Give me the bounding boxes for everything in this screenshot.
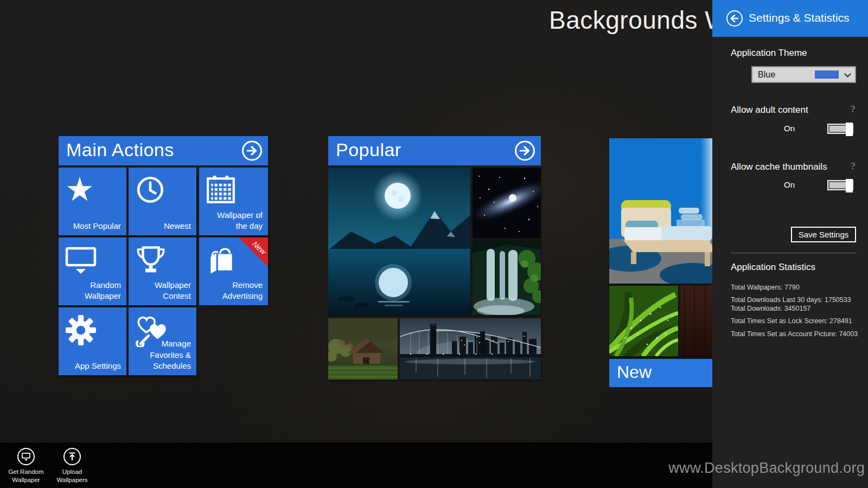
application-theme-label: Application Theme bbox=[731, 48, 807, 59]
theme-color-swatch bbox=[815, 70, 839, 79]
stat-total-downloads: Total Downloads: 3450157 bbox=[731, 305, 810, 312]
stat-account-picture: Total Times Set as Account Picture: 7400… bbox=[731, 330, 858, 338]
stat-total-wallpapers: Total Wallpapers: 7790 bbox=[731, 284, 800, 291]
app-bar: Get Random Wallpaper Upload Wallpapers bbox=[0, 442, 712, 488]
thumbnail-waterfall[interactable] bbox=[473, 240, 541, 315]
theme-dropdown[interactable]: Blue bbox=[751, 66, 856, 83]
tile-wallpaper-contest[interactable]: Wallpaper Contest bbox=[129, 237, 196, 305]
tile-wallpaper-of-the-day[interactable]: Wallpaper of the day bbox=[199, 168, 268, 235]
section-header-new[interactable]: New bbox=[609, 359, 716, 387]
tile-label: App Settings bbox=[63, 361, 121, 372]
allow-cache-thumbnails-label: Allow cache thumbnails bbox=[731, 162, 827, 172]
cache-thumbnails-toggle[interactable] bbox=[828, 181, 852, 189]
thumbnail-village[interactable] bbox=[328, 318, 398, 380]
tile-label: Wallpaper of the day bbox=[215, 210, 263, 232]
section-header-main-actions[interactable]: Main Actions bbox=[59, 136, 268, 165]
button-label: Upload Wallpapers bbox=[49, 468, 95, 484]
tile-label: Random Wallpaper bbox=[80, 280, 121, 302]
calendar-icon bbox=[206, 175, 237, 206]
tile-label: Most Popular bbox=[63, 221, 121, 232]
thumbnail-bedroom[interactable] bbox=[609, 138, 716, 284]
question-mark-icon[interactable]: ? bbox=[847, 161, 858, 171]
divider bbox=[731, 253, 856, 253]
gear-icon bbox=[65, 314, 97, 346]
star-icon: ★ bbox=[65, 175, 97, 206]
section-header-popular[interactable]: Popular bbox=[328, 136, 541, 165]
button-label: Get Random Wallpaper bbox=[3, 468, 49, 484]
toggle-thumb bbox=[846, 123, 853, 136]
upload-icon bbox=[63, 448, 81, 465]
section-title: Popular bbox=[336, 139, 401, 160]
upload-wallpapers-button[interactable]: Upload Wallpapers bbox=[49, 448, 95, 484]
clock-icon bbox=[135, 175, 167, 206]
theme-selected-value: Blue bbox=[758, 67, 775, 82]
thumbnail-moon-lake[interactable] bbox=[328, 168, 470, 315]
back-arrow-circle-icon[interactable] bbox=[726, 10, 743, 27]
tile-app-settings[interactable]: App Settings bbox=[59, 307, 126, 375]
thumbnail-grass-dew[interactable] bbox=[609, 286, 678, 356]
tile-manage-favorites[interactable]: Manage Favorites & Schedules bbox=[129, 307, 196, 375]
get-random-wallpaper-button[interactable]: Get Random Wallpaper bbox=[3, 448, 49, 484]
thumbnail-dark-wood[interactable] bbox=[680, 286, 716, 356]
tile-label: Remove Advertising bbox=[221, 280, 263, 302]
cache-thumbnails-state: On bbox=[784, 180, 795, 189]
section-title: Main Actions bbox=[66, 139, 174, 160]
tile-label: Newest bbox=[133, 221, 191, 232]
adult-content-state: On bbox=[784, 124, 795, 133]
allow-adult-content-label: Allow adult content bbox=[731, 105, 808, 115]
tile-remove-advertising[interactable]: New Remove Advertising bbox=[199, 237, 268, 305]
thumbnail-galaxy[interactable] bbox=[473, 168, 541, 238]
shopping-bag-icon bbox=[206, 245, 237, 276]
save-settings-button[interactable]: Save Settings bbox=[791, 227, 856, 242]
watermark: www.DesktopBackground.org bbox=[668, 460, 865, 477]
settings-panel: Settings & Statistics Application Theme … bbox=[712, 0, 868, 488]
tile-label: Manage Favorites & Schedules bbox=[139, 338, 191, 372]
section-title: New bbox=[617, 362, 652, 382]
monitor-download-icon bbox=[65, 245, 97, 276]
chevron-down-icon bbox=[844, 70, 851, 78]
question-mark-icon[interactable]: ? bbox=[847, 104, 858, 114]
arrow-right-circle-icon[interactable] bbox=[515, 141, 535, 161]
stat-lock-screen: Total Times Set as Lock Screen: 278491 bbox=[731, 317, 852, 325]
thumbnail-bridge-city[interactable] bbox=[400, 318, 541, 380]
tile-newest[interactable]: Newest bbox=[129, 168, 196, 235]
adult-content-toggle[interactable] bbox=[828, 125, 852, 133]
app-window: Backgrounds W Main Actions ★ Most Popula… bbox=[0, 0, 868, 488]
arrow-right-circle-icon[interactable] bbox=[242, 141, 262, 161]
tile-label: Wallpaper Contest bbox=[150, 280, 191, 302]
toggle-thumb bbox=[846, 179, 853, 192]
tile-most-popular[interactable]: ★ Most Popular bbox=[59, 168, 126, 235]
stat-downloads-30-days: Total Downloads Last 30 days: 1750533 bbox=[731, 296, 851, 304]
panel-title: Settings & Statistics bbox=[749, 0, 850, 36]
monitor-download-icon bbox=[17, 448, 35, 465]
page-title: Backgrounds W bbox=[549, 5, 729, 35]
settings-panel-header: Settings & Statistics bbox=[712, 0, 868, 37]
tile-random-wallpaper[interactable]: Random Wallpaper bbox=[59, 237, 126, 305]
trophy-icon bbox=[135, 245, 167, 276]
application-statistics-title: Application Statistics bbox=[731, 262, 815, 273]
